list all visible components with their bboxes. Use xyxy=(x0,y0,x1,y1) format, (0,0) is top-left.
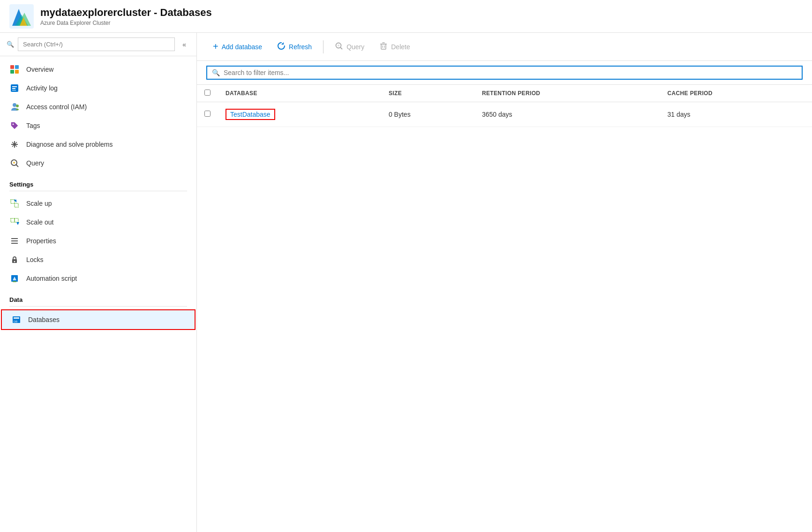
svg-rect-22 xyxy=(15,203,18,207)
sidebar-item-label-overview: Overview xyxy=(26,66,53,73)
section-data-header: Data xyxy=(0,290,196,305)
page-subtitle: Azure Data Explorer Cluster xyxy=(40,20,212,26)
filter-input-wrap: 🔍 xyxy=(206,66,803,80)
svg-rect-29 xyxy=(11,243,18,244)
sidebar-item-label-access-control: Access control (IAM) xyxy=(26,103,87,111)
add-icon: + xyxy=(213,41,218,52)
scale-out-icon xyxy=(9,217,20,227)
body-layout: 🔍 « Overview xyxy=(0,33,812,532)
sidebar-item-label-properties: Properties xyxy=(26,237,56,245)
sidebar-item-overview[interactable]: Overview xyxy=(0,60,196,79)
th-retention-period: RETENTION PERIOD xyxy=(474,85,660,102)
sidebar-search-area: 🔍 « xyxy=(0,33,196,56)
th-cache-period: CACHE PERIOD xyxy=(660,85,812,102)
db-name-cell: TestDatabase xyxy=(218,102,381,127)
sidebar-item-label-automation-script: Automation script xyxy=(26,275,77,282)
db-size-cell: 0 Bytes xyxy=(381,102,474,127)
row-checkbox-cell xyxy=(197,102,218,127)
query-toolbar-icon xyxy=(335,42,343,52)
table-header-row: DATABASE SIZE RETENTION PERIOD CACHE PER… xyxy=(197,85,812,102)
filter-input[interactable] xyxy=(224,69,797,76)
svg-rect-37 xyxy=(13,281,16,282)
scale-up-icon xyxy=(9,198,20,209)
svg-text:DB: DB xyxy=(14,320,17,323)
th-database: DATABASE xyxy=(218,85,381,102)
db-retention-cell: 3650 days xyxy=(474,102,660,127)
sidebar-item-query[interactable]: Query xyxy=(0,154,196,172)
overview-icon xyxy=(9,64,20,75)
sidebar-item-label-locks: Locks xyxy=(26,256,44,263)
search-icon-sidebar: 🔍 xyxy=(7,41,14,48)
db-cache-cell: 31 days xyxy=(660,102,812,127)
diagnose-icon xyxy=(9,139,20,150)
svg-rect-27 xyxy=(11,238,18,239)
add-database-button[interactable]: + Add database xyxy=(206,38,269,55)
header-title-group: mydataexplorercluster - Databases Azure … xyxy=(40,7,212,26)
svg-rect-45 xyxy=(381,44,386,49)
svg-point-20 xyxy=(13,162,15,164)
svg-marker-23 xyxy=(14,200,16,202)
settings-divider xyxy=(9,191,187,191)
sidebar-item-label-tags: Tags xyxy=(26,122,40,129)
svg-rect-8 xyxy=(15,70,19,74)
table-row: TestDatabase 0 Bytes 3650 days 31 days xyxy=(197,102,812,127)
collapse-sidebar-button[interactable]: « xyxy=(179,39,190,50)
filter-search-icon: 🔍 xyxy=(212,69,220,76)
query-label: Query xyxy=(346,43,364,51)
th-checkbox xyxy=(197,85,218,102)
query-button[interactable]: Query xyxy=(328,39,371,54)
search-input[interactable] xyxy=(18,37,175,51)
sidebar-item-tags[interactable]: Tags xyxy=(0,116,196,135)
sidebar-item-databases[interactable]: DB Databases xyxy=(1,309,195,330)
header: mydataexplorercluster - Databases Azure … xyxy=(0,0,812,33)
svg-point-13 xyxy=(13,103,16,107)
svg-rect-31 xyxy=(11,240,12,241)
svg-rect-28 xyxy=(11,240,18,241)
svg-rect-11 xyxy=(12,88,15,89)
refresh-button[interactable]: Refresh xyxy=(271,39,318,54)
toolbar-divider xyxy=(323,40,323,53)
automation-script-icon xyxy=(9,273,20,284)
sidebar-item-scale-up[interactable]: Scale up xyxy=(0,194,196,213)
sidebar-item-label-diagnose: Diagnose and solve problems xyxy=(26,141,113,148)
sidebar-item-activity-log[interactable]: Activity log xyxy=(0,79,196,97)
svg-rect-30 xyxy=(11,238,12,239)
sidebar-item-properties[interactable]: Properties xyxy=(0,232,196,250)
db-name-link[interactable]: TestDatabase xyxy=(226,109,275,120)
svg-rect-39 xyxy=(14,317,19,319)
svg-point-44 xyxy=(338,45,339,46)
databases-table: DATABASE SIZE RETENTION PERIOD CACHE PER… xyxy=(197,85,812,127)
tags-icon xyxy=(9,120,20,131)
row-checkbox[interactable] xyxy=(204,111,211,117)
data-table: DATABASE SIZE RETENTION PERIOD CACHE PER… xyxy=(197,85,812,532)
sidebar-item-automation-script[interactable]: Automation script xyxy=(0,269,196,288)
sidebar-item-label-scale-out: Scale out xyxy=(26,218,53,226)
delete-label: Delete xyxy=(391,43,410,51)
sidebar-item-access-control[interactable]: Access control (IAM) xyxy=(0,97,196,116)
sidebar-item-scale-out[interactable]: Scale out xyxy=(0,213,196,232)
filter-bar: 🔍 xyxy=(197,61,812,85)
svg-rect-10 xyxy=(12,86,17,87)
locks-icon xyxy=(9,255,20,265)
sidebar-item-label-databases: Databases xyxy=(28,316,60,323)
main-content: + Add database Refresh xyxy=(197,33,812,532)
svg-rect-25 xyxy=(15,218,18,222)
refresh-icon xyxy=(277,42,286,52)
sidebar-item-diagnose[interactable]: Diagnose and solve problems xyxy=(0,135,196,154)
select-all-checkbox[interactable] xyxy=(204,90,211,96)
access-control-icon xyxy=(9,102,20,112)
svg-point-34 xyxy=(14,261,15,262)
delete-button[interactable]: Delete xyxy=(373,39,416,54)
azure-logo xyxy=(9,4,34,29)
sidebar-item-locks[interactable]: Locks xyxy=(0,250,196,269)
data-divider xyxy=(9,306,187,307)
databases-icon: DB xyxy=(11,315,22,325)
svg-rect-6 xyxy=(15,65,19,69)
activity-log-icon xyxy=(9,83,20,93)
sidebar-item-label-scale-up: Scale up xyxy=(26,200,52,207)
delete-icon xyxy=(379,42,388,52)
svg-line-43 xyxy=(340,47,342,49)
svg-marker-26 xyxy=(16,222,19,225)
sidebar-item-label-query: Query xyxy=(26,159,44,167)
svg-point-14 xyxy=(16,105,19,107)
